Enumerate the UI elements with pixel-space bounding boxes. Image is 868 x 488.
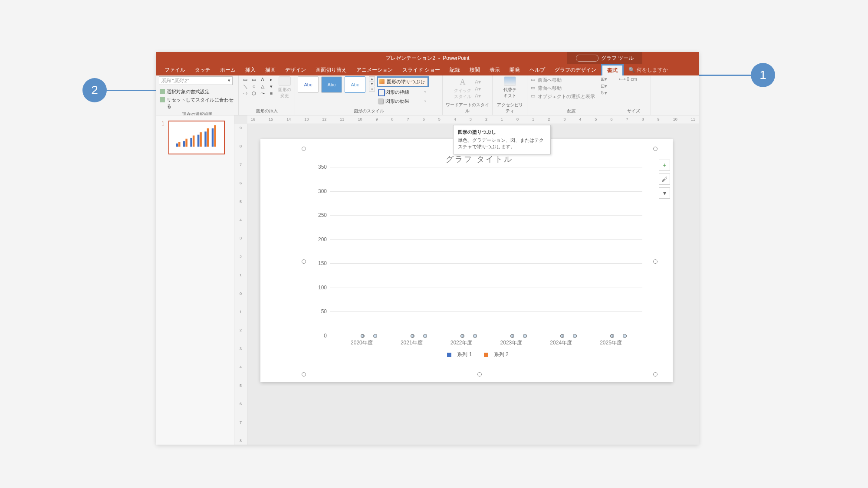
tell-me-search[interactable]: 🔍何をしますか (624, 64, 673, 75)
chart-object[interactable]: ＋ 🖌 ▾ グラフ タイトル 0501001502002503003502020… (304, 149, 655, 374)
chart-filters-button[interactable]: ▾ (659, 187, 670, 199)
more-icon: ▾ (267, 83, 275, 89)
tab-file[interactable]: ファイル (160, 64, 190, 75)
tab-slideshow[interactable]: スライド ショー (398, 64, 445, 75)
resize-handle[interactable] (302, 372, 306, 377)
tab-home[interactable]: ホーム (215, 64, 240, 75)
svg-rect-6 (197, 135, 200, 147)
alt-text-button[interactable]: 代替テ キスト (501, 76, 519, 99)
shape-hex-icon: ⬡ (250, 90, 258, 96)
vertical-ruler: 987654321012345678 (234, 124, 247, 445)
svg-rect-11 (214, 125, 216, 147)
resize-handle[interactable] (477, 372, 482, 377)
svg-rect-7 (200, 132, 202, 147)
change-shape-icon (279, 76, 291, 86)
text-fill-icon[interactable]: A▾ (475, 79, 481, 85)
style-preset[interactable]: Abc (298, 76, 319, 93)
shape-style-gallery[interactable]: Abc Abc Abc ▲ ▼ ≡ (298, 76, 375, 93)
shape-rect2-icon: ▭ (250, 76, 258, 82)
chart-legend[interactable]: 系列 1 系列 2 (304, 351, 655, 358)
tooltip-body: 単色、グラデーション、図、またはテクスチャで塗りつぶします。 (458, 137, 546, 151)
tab-insert[interactable]: 挿入 (240, 64, 260, 75)
shape-text-icon: A (259, 76, 266, 82)
shape-line-icon: ＼ (241, 83, 249, 89)
group-icon[interactable]: ⊡▾ (600, 83, 607, 89)
gallery-down-icon[interactable]: ▼ (369, 82, 375, 86)
tab-format[interactable]: 書式 (601, 64, 624, 75)
rotate-icon[interactable]: ↻▾ (600, 90, 607, 96)
reset-to-match-style-button[interactable]: リセットしてスタイルに合わせる (159, 96, 236, 111)
shape-circle-icon: ○ (250, 83, 258, 89)
search-icon: 🔍 (628, 67, 635, 73)
shapes-gallery[interactable]: ▭▭A▸ ＼○△▾ ⇨⬡〜≡ (241, 76, 275, 96)
resize-handle[interactable] (653, 372, 658, 377)
tab-animations[interactable]: アニメーション (352, 64, 398, 75)
format-selection-button[interactable]: 選択対象の書式設定 (159, 88, 236, 96)
style-preset[interactable]: Abc (345, 76, 365, 93)
group-label-wordart: ワードアートのスタイル (445, 101, 490, 115)
group-label-accessibility: アクセシビリティ (495, 101, 524, 115)
slide-number: 1 (161, 121, 164, 127)
tab-review[interactable]: 校閲 (465, 64, 485, 75)
group-label-shape-styles: 図形のスタイル (298, 107, 440, 115)
resize-handle[interactable] (653, 259, 658, 264)
shape-fill-button[interactable]: 図形の塗りつぶし (377, 76, 429, 87)
shape-outline-button[interactable]: 図形の枠線 (377, 88, 429, 96)
style-preset[interactable]: Abc (321, 76, 342, 93)
document-title: プレゼンテーション2 - PowerPoint (385, 55, 469, 62)
ribbon-tabs: ファイル タッチ ホーム 挿入 描画 デザイン 画面切り替え アニメーション ス… (156, 64, 699, 75)
align-icon[interactable]: ⊞▾ (600, 76, 607, 82)
tooltip-title: 図形の塗りつぶし (458, 129, 546, 135)
shape-curve-icon: 〜 (259, 90, 266, 96)
tab-view[interactable]: 表示 (485, 64, 505, 75)
svg-rect-9 (207, 128, 209, 147)
tab-transitions[interactable]: 画面切り替え (311, 64, 352, 75)
gallery-more-icon[interactable]: ≡ (369, 87, 375, 92)
wordart-A-icon: A (460, 78, 465, 87)
tab-record[interactable]: 記録 (445, 64, 465, 75)
tab-draw[interactable]: 描画 (260, 64, 280, 75)
chart-elements-button[interactable]: ＋ (659, 160, 670, 171)
tab-touch[interactable]: タッチ (190, 64, 215, 75)
svg-rect-10 (211, 128, 214, 147)
text-effects-icon[interactable]: A▾ (475, 93, 481, 99)
thumbnail-chart-icon (171, 124, 222, 151)
chart-plot-area[interactable]: 0501001502002503003502020年度2021年度2022年度2… (330, 167, 642, 336)
slide-thumbnail[interactable] (168, 121, 225, 154)
ribbon: 系列 "系列 2" 選択対象の書式設定 リセットしてスタイルに合わせる 現在の選… (156, 75, 699, 115)
svg-rect-0 (176, 144, 178, 147)
tab-chart-design[interactable]: グラフのデザイン (550, 64, 601, 75)
height-input[interactable]: 0 cm (619, 76, 637, 82)
alt-text-icon (504, 76, 516, 86)
chart-styles-button[interactable]: 🖌 (659, 174, 670, 185)
group-label-insert-shapes: 図形の挿入 (241, 107, 292, 115)
send-backward-button[interactable]: 背面へ移動 (530, 85, 597, 92)
svg-rect-2 (183, 141, 185, 147)
tab-help[interactable]: ヘルプ (525, 64, 550, 75)
contextual-tab-label: グラフ ツール (567, 52, 642, 64)
slide-editor: 1615141312111098765432101234567891011 98… (234, 115, 699, 445)
selection-pane-button[interactable]: オブジェクトの選択と表示 (530, 93, 597, 100)
svg-rect-4 (190, 138, 192, 147)
tab-developer[interactable]: 開発 (505, 64, 525, 75)
resize-handle[interactable] (302, 259, 306, 264)
change-shape-button[interactable]: 図形の 変更 (277, 76, 292, 99)
shape-effects-button[interactable]: 図形の効果 (377, 97, 429, 105)
title-bar: プレゼンテーション2 - PowerPoint グラフ ツール (156, 52, 699, 64)
more-icon: ≡ (267, 90, 275, 96)
bring-forward-button[interactable]: 前面へ移動 (530, 76, 597, 84)
shape-rect-icon: ▭ (241, 76, 249, 82)
more-icon: ▸ (267, 76, 275, 82)
gallery-up-icon[interactable]: ▲ (369, 76, 375, 81)
horizontal-ruler: 1615141312111098765432101234567891011 (247, 115, 699, 124)
wordart-quick-styles[interactable]: A クイック スタイル (454, 78, 471, 100)
resize-handle[interactable] (302, 147, 306, 151)
group-label-size: サイズ (619, 107, 648, 115)
resize-handle[interactable] (653, 147, 658, 151)
slide-canvas[interactable]: ＋ 🖌 ▾ グラフ タイトル 0501001502002503003502020… (260, 139, 673, 382)
chart-element-selector[interactable]: 系列 "系列 2" (159, 76, 233, 85)
tab-design[interactable]: デザイン (280, 64, 311, 75)
text-outline-icon[interactable]: A▾ (475, 86, 481, 92)
svg-rect-5 (193, 135, 195, 147)
slide-thumbnails-panel: 1 (156, 115, 234, 445)
